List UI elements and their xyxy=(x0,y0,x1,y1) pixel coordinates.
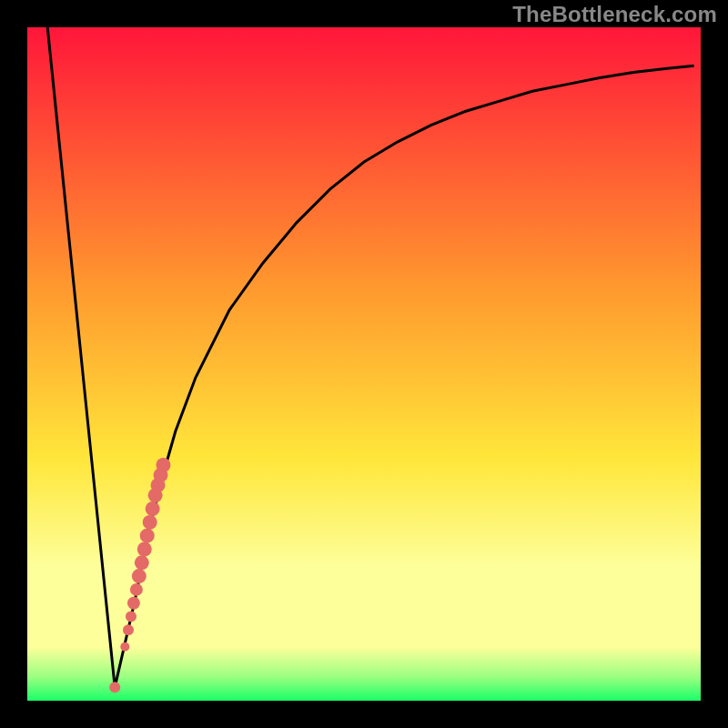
highlight-dot xyxy=(126,612,136,622)
highlight-dot xyxy=(135,555,149,570)
highlight-dot xyxy=(123,624,134,635)
highlight-dot xyxy=(156,458,170,472)
highlight-dot xyxy=(127,597,140,610)
bottleneck-chart xyxy=(27,27,701,701)
highlight-dot xyxy=(120,642,129,652)
highlight-dot xyxy=(109,682,120,693)
highlight-dot xyxy=(137,542,152,557)
chart-frame: TheBottleneck.com xyxy=(0,0,728,728)
watermark-text: TheBottleneck.com xyxy=(512,2,717,27)
highlight-dot xyxy=(140,529,155,543)
highlight-dot xyxy=(146,501,160,516)
highlight-dot xyxy=(143,515,157,530)
highlight-dot xyxy=(132,569,147,583)
highlight-dot xyxy=(130,583,143,596)
